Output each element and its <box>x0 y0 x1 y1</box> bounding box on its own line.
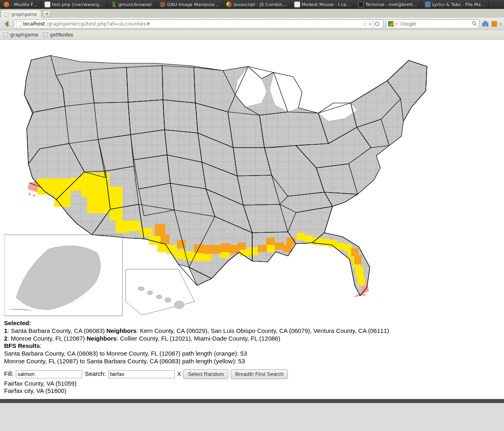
url-path: /graphgame/cgi/test.php?af=us-counties# <box>47 21 361 27</box>
svg-rect-52 <box>354 255 362 264</box>
taskbar-item[interactable]: GNU Image Manipula... <box>156 0 223 9</box>
fill-label: Fill: <box>4 370 13 378</box>
new-tab-button[interactable] <box>43 11 50 17</box>
county-santa-barbara-island[interactable] <box>28 193 31 195</box>
svg-point-59 <box>174 301 184 309</box>
selected-heading: Selected: <box>4 319 31 326</box>
svg-point-57 <box>156 295 162 299</box>
bookmark-item[interactable]: getNodes <box>43 32 73 38</box>
svg-rect-45 <box>238 242 246 250</box>
svg-rect-10 <box>109 187 122 206</box>
svg-rect-49 <box>283 245 292 252</box>
toolbar-dropdown-icon[interactable]: ▾ <box>500 22 502 26</box>
svg-point-0 <box>472 21 475 24</box>
editor-icon <box>45 2 50 7</box>
favicon-placeholder-icon <box>3 32 8 37</box>
filemanager-icon <box>425 2 431 7</box>
svg-rect-43 <box>221 243 230 252</box>
us-counties-map[interactable] <box>4 42 434 318</box>
browser-tab[interactable]: graphgame <box>1 10 41 18</box>
search-label: Search: <box>85 370 106 378</box>
music-icon <box>111 2 117 7</box>
results-panel: Selected: 1: Santa Barbara County, CA (0… <box>0 318 504 399</box>
svg-rect-31 <box>337 242 345 250</box>
feed-icon[interactable] <box>491 21 497 27</box>
taskbar-item[interactable]: javascript - JS Combin... <box>223 0 291 9</box>
editor-icon <box>294 2 300 7</box>
svg-rect-25 <box>266 245 275 252</box>
search-engine-input[interactable] <box>400 21 470 27</box>
bookmark-item[interactable]: graphgame <box>3 32 38 38</box>
clear-search-button[interactable]: X <box>177 371 181 378</box>
taskbar-item[interactable]: - Mozilla F... <box>0 0 41 9</box>
svg-rect-24 <box>248 247 258 255</box>
select-random-button[interactable]: Select Random <box>183 369 228 379</box>
system-taskbar: - Mozilla F... test.php (/var/www/g... g… <box>0 0 504 9</box>
controls-row: Fill: Search: X Select Random Breadth Fi… <box>4 369 500 379</box>
page-content: Selected: 1: Santa Barbara County, CA (0… <box>0 40 504 399</box>
svg-rect-39 <box>177 240 186 248</box>
svg-marker-54 <box>126 269 195 315</box>
svg-rect-51 <box>351 248 358 256</box>
taskbar-item[interactable]: gmusicbrowser <box>107 0 157 9</box>
svg-rect-12 <box>116 221 129 233</box>
svg-point-58 <box>165 298 171 302</box>
favicon-placeholder-icon <box>4 12 9 17</box>
svg-rect-14 <box>140 228 152 237</box>
search-result-item[interactable]: Fairfax city, VA (51600) <box>4 387 500 395</box>
firefox-icon <box>4 2 9 7</box>
favicon-placeholder-icon <box>16 21 21 27</box>
taskbar-item[interactable]: test.php (/var/www/g... <box>41 0 107 9</box>
gimp-icon <box>160 2 165 7</box>
svg-point-55 <box>138 287 144 291</box>
bookmark-star-icon[interactable]: ☆ <box>362 21 367 27</box>
svg-rect-32 <box>344 244 352 251</box>
county-santa-barbara-island[interactable] <box>33 194 35 197</box>
dropdown-arrow-icon[interactable]: ▾ <box>396 22 398 26</box>
svg-rect-27 <box>304 235 313 242</box>
svg-rect-36 <box>358 277 365 285</box>
svg-rect-21 <box>200 253 212 261</box>
bfs-button[interactable]: Breadth First Search <box>231 369 288 379</box>
search-engine-box[interactable]: ▾ <box>386 19 479 28</box>
taskbar-item[interactable]: Lyrics & Tabs - File Ma... <box>421 0 489 9</box>
terminal-icon <box>358 2 364 7</box>
search-icon[interactable] <box>472 21 477 28</box>
home-button[interactable] <box>482 20 489 28</box>
taskbar-item[interactable]: Terminal - root@brett... <box>354 0 421 9</box>
google-icon <box>388 21 394 27</box>
svg-rect-47 <box>266 238 275 245</box>
svg-rect-48 <box>275 242 284 250</box>
selected-item-1: 1: Santa Barbara County, CA (06083) Neig… <box>4 327 500 335</box>
browser-navbar: localhost/graphgame/cgi/test.php?af=us-c… <box>0 18 504 30</box>
taskbar-item[interactable]: Modest Mouse - I ca... <box>291 0 354 9</box>
svg-rect-9 <box>87 197 109 213</box>
url-host: localhost <box>23 21 45 27</box>
browser-tab-strip: graphgame <box>0 9 504 18</box>
svg-line-1 <box>475 24 477 26</box>
search-result-item[interactable]: Fairfax County, VA (51059) <box>4 380 500 388</box>
svg-rect-23 <box>240 249 249 256</box>
svg-rect-46 <box>258 245 267 252</box>
svg-point-56 <box>147 291 153 295</box>
favicon-placeholder-icon <box>43 32 48 37</box>
svg-rect-13 <box>129 221 141 231</box>
dropdown-arrow-icon[interactable]: ▾ <box>369 22 371 26</box>
reload-button[interactable] <box>373 21 382 27</box>
svg-rect-35 <box>355 268 363 277</box>
chrome-icon <box>226 2 232 7</box>
bfs-result-line: Santa Barbara County, CA (06083) to Monr… <box>4 350 500 358</box>
back-button[interactable] <box>2 19 11 28</box>
svg-rect-6 <box>54 195 71 207</box>
svg-rect-5 <box>54 178 71 195</box>
bfs-heading: BFS Results <box>4 342 40 349</box>
svg-rect-38 <box>161 234 169 244</box>
url-bar[interactable]: localhost/graphgame/cgi/test.php?af=us-c… <box>14 19 384 28</box>
bfs-result-line: Monroe County, FL (12087) to Santa Barba… <box>4 358 500 365</box>
search-input[interactable] <box>108 370 175 378</box>
svg-rect-42 <box>211 245 221 254</box>
bookmarks-bar: graphgame getNodes <box>0 30 504 40</box>
fill-input[interactable] <box>16 370 82 378</box>
browser-tab-title: graphgame <box>11 12 37 17</box>
svg-rect-50 <box>286 238 295 245</box>
